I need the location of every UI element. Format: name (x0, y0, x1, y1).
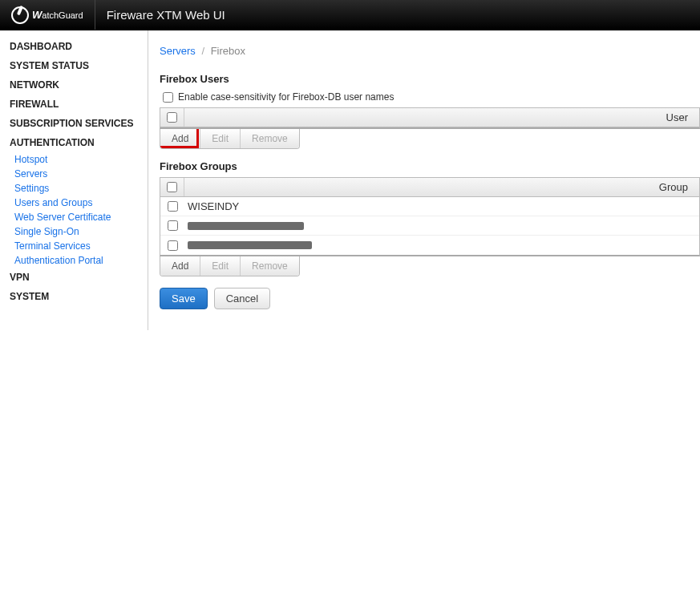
sidebar-section[interactable]: VPN (0, 268, 148, 287)
breadcrumb-parent[interactable]: Servers (160, 45, 196, 57)
users-grid: User (160, 107, 700, 129)
groups-button-row: Add Edit Remove (160, 256, 300, 276)
groups-add-button[interactable]: Add (160, 256, 200, 276)
brand-rest: atchGuard (42, 10, 83, 20)
groups-select-all-checkbox[interactable] (167, 182, 177, 192)
row-checkbox[interactable] (168, 240, 178, 251)
sidebar-subitem[interactable]: Settings (0, 181, 148, 196)
sidebar-subitem[interactable]: Terminal Services (0, 239, 148, 253)
users-remove-button[interactable]: Remove (241, 129, 299, 148)
groups-grid-header: Group (160, 178, 699, 197)
groups-panel-title: Firebox Groups (160, 160, 700, 177)
groups-column-label: Group (184, 181, 699, 193)
top-bar: WatchGuard Fireware XTM Web UI (0, 0, 700, 30)
sidebar: DASHBOARDSYSTEM STATUSNETWORKFIREWALLSUB… (0, 30, 148, 330)
breadcrumb-current: Firebox (211, 45, 245, 57)
cancel-button[interactable]: Cancel (214, 288, 270, 309)
table-row[interactable]: WISEINDY (160, 197, 699, 216)
users-button-row: Add Edit Remove (160, 129, 300, 149)
users-panel-title: Firebox Users (160, 73, 700, 90)
sidebar-section[interactable]: AUTHENTICATION (0, 133, 148, 152)
sidebar-section[interactable]: FIREWALL (0, 95, 148, 114)
users-add-button[interactable]: Add (160, 129, 200, 148)
groups-edit-button[interactable]: Edit (200, 256, 241, 276)
brand-logo: WatchGuard (0, 0, 95, 30)
groups-remove-button[interactable]: Remove (241, 256, 299, 276)
sidebar-section[interactable]: SYSTEM (0, 287, 148, 306)
sidebar-subitem[interactable]: Web Server Certificate (0, 210, 148, 224)
sidebar-subitem[interactable]: Hotspot (0, 152, 148, 167)
action-row: Save Cancel (160, 288, 700, 309)
logo-icon (11, 6, 29, 24)
save-button[interactable]: Save (160, 288, 208, 309)
brand-first: W (32, 9, 42, 21)
sidebar-section[interactable]: NETWORK (0, 75, 148, 95)
sidebar-subitem[interactable]: Users and Groups (0, 196, 148, 210)
sidebar-section[interactable]: SYSTEM STATUS (0, 56, 148, 75)
row-checkbox[interactable] (168, 220, 178, 231)
main-content: Servers / Firebox Firebox Users Enable c… (148, 30, 700, 330)
redacted-text (188, 222, 304, 230)
users-select-all-checkbox[interactable] (167, 112, 177, 123)
sidebar-subitem[interactable]: Single Sign-On (0, 224, 148, 239)
product-title: Fireware XTM Web UI (95, 8, 225, 22)
sidebar-section[interactable]: DASHBOARD (0, 37, 148, 56)
row-checkbox[interactable] (168, 201, 178, 212)
row-cell (184, 222, 699, 230)
case-sensitivity-checkbox[interactable] (163, 92, 173, 103)
table-row[interactable] (160, 236, 699, 255)
row-cell: WISEINDY (184, 200, 699, 212)
sidebar-subitem[interactable]: Authentication Portal (0, 253, 148, 268)
breadcrumb-separator: / (198, 45, 208, 57)
users-column-label: User (184, 111, 699, 123)
sidebar-subitem[interactable]: Servers (0, 167, 148, 181)
users-grid-header: User (160, 108, 699, 127)
table-row[interactable] (160, 216, 699, 236)
groups-grid: Group WISEINDY (160, 177, 700, 256)
breadcrumb: Servers / Firebox (160, 45, 700, 73)
redacted-text (188, 241, 312, 249)
row-cell (184, 241, 699, 249)
case-sensitivity-label: Enable case-sensitivity for Firebox-DB u… (178, 91, 394, 103)
users-edit-button[interactable]: Edit (200, 129, 241, 148)
sidebar-section[interactable]: SUBSCRIPTION SERVICES (0, 114, 148, 133)
